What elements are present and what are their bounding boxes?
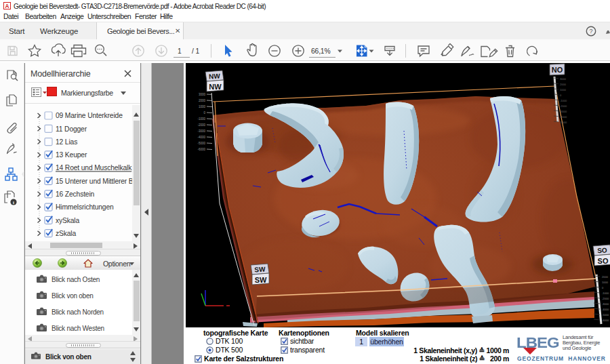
svg-text:-4000: -4000 bbox=[197, 136, 205, 139]
svg-text:SW: SW bbox=[255, 276, 267, 284]
svg-text:2000: 2000 bbox=[199, 99, 206, 102]
svg-text:66,1%: 66,1% bbox=[311, 47, 330, 55]
svg-text:/ 1: / 1 bbox=[192, 47, 199, 55]
svg-text:2000: 2000 bbox=[602, 275, 609, 279]
svg-text:zSkala: zSkala bbox=[56, 230, 76, 237]
svg-text:NW: NW bbox=[209, 73, 221, 81]
svg-text:A: A bbox=[5, 3, 9, 9]
svg-text:-5000: -5000 bbox=[602, 313, 609, 317]
svg-text:09 Marine Unterkreide: 09 Marine Unterkreide bbox=[56, 112, 123, 119]
svg-text:-3000: -3000 bbox=[602, 302, 609, 306]
svg-text:xySkala: xySkala bbox=[56, 217, 79, 224]
svg-text:?: ? bbox=[589, 28, 592, 35]
svg-text:-1000: -1000 bbox=[602, 291, 609, 295]
svg-text:Blick nach Norden: Blick nach Norden bbox=[52, 308, 104, 316]
svg-text:-3000: -3000 bbox=[560, 110, 567, 113]
svg-text:1000: 1000 bbox=[199, 105, 206, 108]
svg-text:11 Dogger: 11 Dogger bbox=[56, 125, 87, 133]
svg-text:3000: 3000 bbox=[199, 93, 206, 96]
svg-text:-2000: -2000 bbox=[197, 123, 205, 127]
svg-text:1000: 1000 bbox=[602, 281, 609, 284]
svg-text:-6000: -6000 bbox=[197, 148, 205, 151]
svg-text:Blick nach Osten: Blick nach Osten bbox=[52, 276, 100, 283]
svg-text:i: i bbox=[13, 200, 14, 205]
svg-text:-1000: -1000 bbox=[197, 117, 205, 121]
svg-text:Himmelsrichtungen: Himmelsrichtungen bbox=[56, 203, 114, 211]
svg-text:NW: NW bbox=[209, 83, 222, 91]
svg-text:SO: SO bbox=[598, 257, 609, 265]
svg-text:-6000: -6000 bbox=[602, 319, 609, 322]
svg-text:-5000: -5000 bbox=[197, 142, 205, 145]
svg-text:1: 1 bbox=[178, 47, 182, 55]
svg-text:-2000: -2000 bbox=[560, 104, 567, 108]
svg-text:-2000: -2000 bbox=[602, 297, 609, 300]
svg-text:13 Keuper: 13 Keuper bbox=[56, 151, 87, 159]
svg-text:-4000: -4000 bbox=[602, 308, 609, 311]
svg-text:2000: 2000 bbox=[560, 83, 567, 86]
svg-text:NO: NO bbox=[552, 66, 563, 74]
svg-text:-5000: -5000 bbox=[560, 121, 567, 124]
svg-text:15 Unterer und Mittlerer Bur: 15 Unterer und Mittlerer Bur bbox=[56, 178, 132, 185]
svg-text:-1000: -1000 bbox=[560, 99, 567, 102]
svg-text:12 Lias: 12 Lias bbox=[56, 138, 77, 146]
svg-text:-4000: -4000 bbox=[560, 115, 567, 119]
svg-text:Blick nach Westen: Blick nach Westen bbox=[52, 325, 104, 332]
svg-text:1000: 1000 bbox=[560, 88, 567, 92]
svg-text:SO: SO bbox=[597, 247, 607, 255]
svg-text:14 Roet und Muschelkalk: 14 Roet und Muschelkalk bbox=[56, 164, 132, 171]
svg-text:3000: 3000 bbox=[560, 77, 567, 81]
svg-text:16 Zechstein: 16 Zechstein bbox=[56, 190, 95, 198]
svg-text:Blick von oben: Blick von oben bbox=[52, 292, 94, 300]
svg-text:SW: SW bbox=[254, 266, 266, 274]
svg-text:-3000: -3000 bbox=[197, 129, 205, 133]
